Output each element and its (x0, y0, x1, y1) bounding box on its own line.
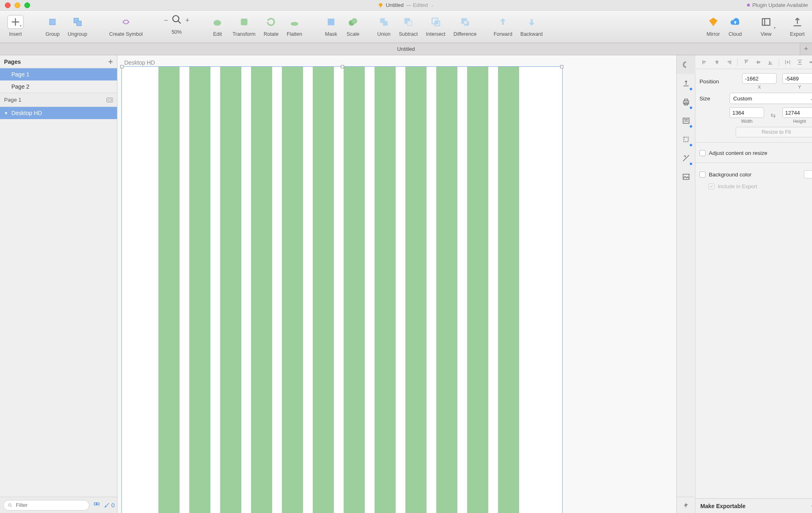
align-bar (695, 55, 812, 69)
backward-button[interactable]: Backward (516, 13, 547, 41)
align-right-button[interactable] (723, 59, 735, 65)
edit-button[interactable]: Edit (206, 13, 228, 41)
pages-label: Pages (4, 59, 21, 65)
page-item[interactable]: Page 1 (0, 68, 117, 80)
rail-slice-button[interactable] (677, 130, 695, 149)
resize-to-fit-button[interactable]: Resize to Fit (736, 127, 812, 137)
group-button[interactable]: Group (41, 13, 64, 41)
rail-style-button[interactable] (677, 55, 695, 74)
mask-button[interactable]: Mask (320, 13, 342, 41)
page-item[interactable]: Page 2 (0, 80, 117, 93)
forward-icon (496, 15, 510, 29)
position-x-input[interactable] (742, 73, 777, 84)
background-color-row[interactable]: Background color (699, 169, 812, 180)
difference-button[interactable]: Difference (449, 13, 481, 41)
svg-rect-24 (97, 503, 99, 505)
selection-handle[interactable] (120, 65, 123, 68)
filter-input[interactable] (3, 500, 89, 511)
rail-vector-button[interactable] (677, 149, 695, 167)
background-color-swatch[interactable] (804, 170, 812, 178)
group-icon (45, 15, 59, 29)
zoom-out-button[interactable]: − (164, 16, 168, 25)
rail-print-button[interactable] (677, 93, 695, 111)
layers-header[interactable]: Page 1 (0, 93, 117, 107)
rail-image-button[interactable]: + (677, 167, 695, 186)
document-tab-bar: Untitled + (0, 43, 812, 55)
svg-rect-42 (729, 62, 730, 63)
transform-button[interactable]: Transform (228, 13, 260, 41)
align-center-v-button[interactable] (752, 59, 764, 65)
width-input[interactable] (730, 107, 764, 118)
plus-icon (7, 15, 24, 29)
svg-rect-23 (94, 503, 96, 505)
tidy-button[interactable] (806, 59, 812, 65)
grid-column (313, 67, 334, 513)
rail-text-button[interactable] (677, 111, 695, 130)
zoom-control[interactable]: − + 50% (160, 13, 193, 41)
selection-handle[interactable] (341, 65, 344, 68)
rail-export-button[interactable] (677, 74, 695, 93)
document-tab[interactable]: Untitled (397, 46, 415, 52)
scale-button[interactable]: Scale (342, 13, 364, 41)
backward-label: Backward (520, 31, 543, 37)
artboard-label[interactable]: Desktop HD (124, 59, 155, 66)
intersect-button[interactable]: Intersect (422, 13, 450, 41)
svg-point-5 (214, 20, 221, 26)
window-title[interactable]: Untitled — Edited ⌄ (0, 2, 812, 8)
ungroup-label: Ungroup (68, 31, 87, 37)
insert-button[interactable]: Insert (3, 13, 28, 41)
position-label: Position (699, 78, 725, 85)
mirror-button[interactable]: Mirror (702, 13, 724, 41)
subtract-button[interactable]: Subtract (395, 13, 422, 41)
difference-icon (458, 15, 472, 29)
svg-point-21 (9, 504, 11, 506)
align-center-h-button[interactable] (711, 59, 723, 65)
adjust-content-checkbox[interactable] (699, 150, 706, 156)
grid-column (251, 67, 272, 513)
export-button[interactable]: Export (786, 13, 809, 41)
layers-list: ▼ Desktop HD (0, 107, 117, 497)
ungroup-button[interactable]: Ungroup (64, 13, 91, 41)
lock-aspect-icon[interactable]: ⇆ (770, 112, 777, 119)
rotate-icon (264, 15, 278, 29)
difference-label: Difference (453, 31, 476, 37)
export-icon (790, 15, 804, 29)
align-left-button[interactable] (699, 59, 711, 65)
adjust-content-label: Adjust content on resize (709, 150, 767, 156)
make-exportable-header[interactable]: Make Exportable + (695, 498, 812, 513)
union-button[interactable]: Union (373, 13, 395, 41)
pages-overview-button[interactable] (93, 502, 100, 509)
distribute-h-button[interactable] (782, 59, 794, 65)
position-y-input[interactable] (782, 73, 812, 84)
create-symbol-button[interactable]: Create Symbol (105, 13, 147, 41)
background-color-checkbox[interactable] (699, 172, 706, 178)
layer-item[interactable]: ▼ Desktop HD (0, 107, 117, 119)
filter-field[interactable] (15, 502, 85, 509)
zoom-in-button[interactable]: + (185, 16, 190, 25)
magnifier-icon (171, 14, 182, 27)
transform-icon (237, 15, 251, 29)
view-icon: ▾ (759, 15, 773, 29)
align-bottom-button[interactable] (764, 59, 776, 65)
size-preset-select[interactable]: Custom ⌄ (730, 93, 812, 104)
new-tab-button[interactable]: + (800, 43, 812, 55)
window-title-text: Untitled (386, 2, 404, 8)
add-page-button[interactable]: + (108, 58, 113, 66)
align-top-button[interactable] (740, 59, 752, 65)
adjust-content-row[interactable]: Adjust content on resize (699, 148, 812, 158)
rotate-button[interactable]: Rotate (260, 13, 283, 41)
flatten-button[interactable]: Flatten (283, 13, 306, 41)
distribute-v-button[interactable] (794, 59, 806, 65)
canvas[interactable]: Desktop HD (117, 55, 676, 513)
rail-prototype-button[interactable] (677, 497, 695, 513)
selection-handle[interactable] (560, 65, 563, 68)
disclosure-triangle-icon[interactable]: ▼ (4, 111, 8, 115)
forward-button[interactable]: Forward (489, 13, 516, 41)
grid-column (498, 67, 519, 513)
height-input[interactable] (782, 107, 812, 118)
height-sublabel: Height (793, 119, 806, 124)
cloud-button[interactable]: Cloud (724, 13, 746, 41)
inspector-rail: + (677, 55, 695, 513)
view-button[interactable]: ▾ View (755, 13, 777, 41)
selection-count[interactable]: 0 (104, 502, 115, 509)
